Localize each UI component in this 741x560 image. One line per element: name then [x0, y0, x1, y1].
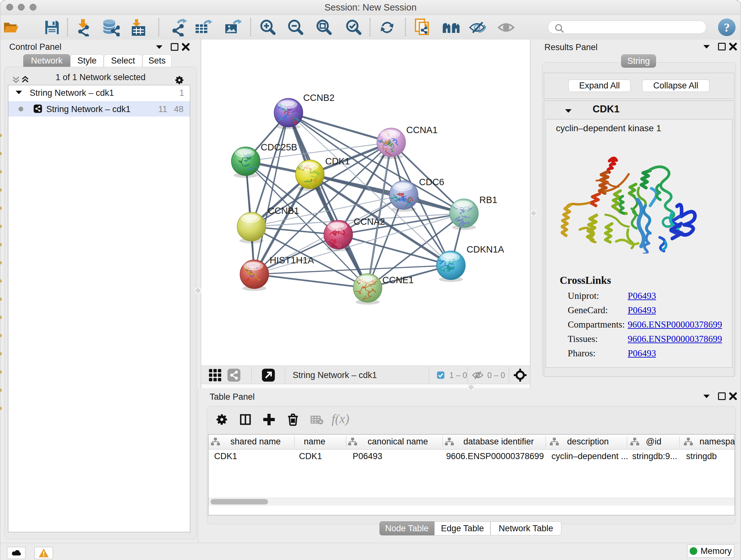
svg-text:HIST1H1A: HIST1H1A: [270, 255, 314, 265]
svg-text:CCNE1: CCNE1: [382, 275, 414, 285]
svg-text:RB1: RB1: [479, 195, 497, 205]
svg-text:CCNB2: CCNB2: [303, 92, 334, 103]
svg-text:CCNA1: CCNA1: [406, 125, 437, 135]
svg-text:CDC6: CDC6: [419, 177, 444, 187]
svg-text:CDC25B: CDC25B: [261, 142, 297, 152]
svg-text:CCNB1: CCNB1: [268, 206, 299, 216]
svg-text:CDK1: CDK1: [325, 156, 350, 166]
svg-text:CCNA2: CCNA2: [354, 216, 385, 227]
svg-text:CDKN1A: CDKN1A: [467, 244, 504, 254]
